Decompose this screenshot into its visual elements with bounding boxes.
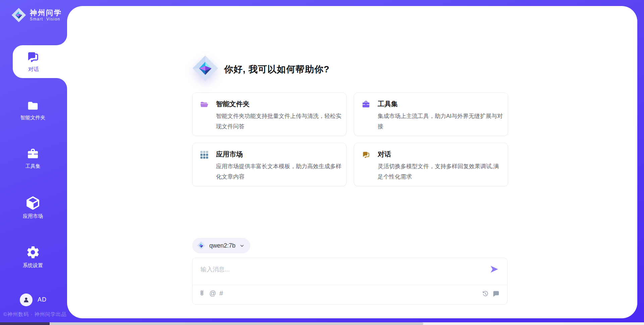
app-root: 神州问学 Smart Vision 对话 智能文件夹 工具集 应用市场 系	[0, 0, 644, 325]
card-title: 应用市场	[216, 150, 243, 159]
chat-icon	[26, 50, 40, 64]
brand-logo: 神州问学 Smart Vision	[11, 7, 62, 23]
sidebar-item-app-market[interactable]: 应用市场	[0, 196, 66, 219]
composer-divider	[193, 285, 507, 285]
folder-open-icon	[200, 100, 209, 109]
card-description: 智能文件夹功能支持批量文件上传与清洗，轻松实现文件问答	[216, 111, 342, 132]
sidebar-item-settings-label: 系统设置	[0, 262, 66, 269]
hero-diamond-logo-icon	[192, 55, 219, 82]
card-smart-folder[interactable]: 智能文件夹 智能文件夹功能支持批量文件上传与清洗，轻松实现文件问答	[192, 92, 346, 136]
model-selector-value: qwen2:7b	[209, 242, 235, 249]
copyright-text: ©神州数码 · 神州问学出品	[3, 311, 66, 318]
card-title: 对话	[378, 150, 391, 159]
briefcase-icon	[362, 100, 370, 109]
diamond-logo-icon	[11, 7, 26, 23]
send-icon[interactable]	[490, 265, 499, 274]
card-app-market[interactable]: 应用市场 应用市场提供丰富长文本模板，助力高效生成多样化文章内容	[192, 143, 346, 186]
hash-icon[interactable]: #	[219, 289, 223, 297]
card-description: 灵活切换多模型文件，支持多样回复效果调试,满足个性化需求	[378, 161, 504, 182]
sidebar-item-chat-label[interactable]: 对话	[13, 66, 54, 73]
message-composer: @ #	[192, 258, 507, 305]
grid-icon	[200, 150, 209, 159]
sidebar-item-toolset[interactable]: 工具集	[0, 148, 66, 170]
paperclip-icon[interactable]	[199, 289, 207, 297]
horizontal-scrollbar	[0, 322, 644, 325]
brand-name: 神州问学	[30, 9, 62, 17]
chat-icon	[362, 150, 370, 159]
cube-icon	[0, 196, 66, 210]
chat-bubble-icon[interactable]	[492, 290, 500, 298]
active-tab-background	[13, 35, 67, 89]
chevron-down-icon	[239, 243, 245, 249]
diamond-logo-icon	[197, 241, 206, 250]
message-input[interactable]	[200, 263, 476, 276]
briefcase-icon	[0, 148, 66, 160]
model-selector[interactable]: qwen2:7b	[192, 238, 250, 253]
scrollbar-corner	[0, 322, 50, 325]
brand-subtitle: Smart Vision	[30, 17, 62, 21]
user-avatar-icon	[22, 296, 30, 304]
scrollbar-thumb[interactable]	[50, 322, 423, 325]
sidebar-item-toolset-label: 工具集	[0, 163, 66, 170]
greeting-title: 你好, 我可以如何帮助你?	[224, 63, 330, 75]
sidebar-item-app-market-label: 应用市场	[0, 213, 66, 219]
card-description: 应用市场提供丰富长文本模板，助力高效生成多样化文章内容	[216, 161, 342, 182]
history-icon[interactable]	[482, 290, 489, 298]
sidebar-item-chat[interactable]	[26, 50, 40, 64]
user-initials: AD	[38, 296, 47, 303]
sidebar-item-smart-folder[interactable]: 智能文件夹	[0, 99, 66, 121]
sidebar-item-settings[interactable]: 系统设置	[0, 245, 66, 269]
folder-icon	[0, 99, 66, 112]
card-description: 集成市场上主流工具，助力AI与外界无缝扩展与对接	[378, 111, 504, 132]
sidebar-item-smart-folder-label: 智能文件夹	[0, 115, 66, 121]
card-toolset[interactable]: 工具集 集成市场上主流工具，助力AI与外界无缝扩展与对接	[354, 92, 508, 136]
gear-icon	[0, 245, 66, 260]
card-title: 工具集	[378, 100, 398, 109]
user-avatar[interactable]	[20, 294, 33, 306]
at-icon[interactable]: @	[209, 289, 216, 297]
card-chat[interactable]: 对话 灵活切换多模型文件，支持多样回复效果调试,满足个性化需求	[354, 143, 508, 186]
card-title: 智能文件夹	[216, 100, 250, 109]
